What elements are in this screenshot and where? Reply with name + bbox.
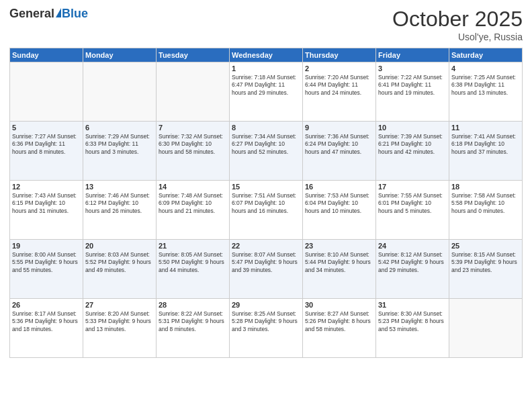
calendar-week-row: 5Sunrise: 7:27 AM Sunset: 6:36 PM Daylig… xyxy=(10,122,523,181)
calendar-cell: 11Sunrise: 7:41 AM Sunset: 6:18 PM Dayli… xyxy=(449,122,523,181)
day-number: 13 xyxy=(85,183,154,191)
day-number: 12 xyxy=(12,183,81,191)
calendar-cell: 21Sunrise: 8:05 AM Sunset: 5:50 PM Dayli… xyxy=(157,240,230,299)
cell-content: Sunrise: 7:55 AM Sunset: 6:01 PM Dayligh… xyxy=(378,192,447,215)
calendar-week-row: 19Sunrise: 8:00 AM Sunset: 5:55 PM Dayli… xyxy=(10,240,523,299)
cell-content: Sunrise: 8:22 AM Sunset: 5:31 PM Dayligh… xyxy=(159,310,227,333)
day-number: 18 xyxy=(451,183,520,191)
cell-content: Sunrise: 8:15 AM Sunset: 5:39 PM Dayligh… xyxy=(451,251,520,274)
cell-content: Sunrise: 8:20 AM Sunset: 5:33 PM Dayligh… xyxy=(85,310,154,333)
calendar-cell: 1Sunrise: 7:18 AM Sunset: 6:47 PM Daylig… xyxy=(230,62,303,122)
day-number: 11 xyxy=(451,124,520,132)
col-friday: Friday xyxy=(376,48,449,62)
cell-content: Sunrise: 8:00 AM Sunset: 5:55 PM Dayligh… xyxy=(12,251,81,274)
title-block: October 2025 Usol'ye, Russia xyxy=(392,7,523,42)
calendar-week-row: 1Sunrise: 7:18 AM Sunset: 6:47 PM Daylig… xyxy=(10,62,523,122)
cell-content: Sunrise: 8:17 AM Sunset: 5:36 PM Dayligh… xyxy=(12,310,81,333)
calendar-cell: 26Sunrise: 8:17 AM Sunset: 5:36 PM Dayli… xyxy=(10,299,83,358)
day-number: 27 xyxy=(85,301,154,309)
calendar-cell xyxy=(10,62,83,122)
day-number: 3 xyxy=(378,64,447,73)
calendar-cell: 16Sunrise: 7:53 AM Sunset: 6:04 PM Dayli… xyxy=(303,181,376,240)
day-number: 23 xyxy=(305,242,373,250)
day-number: 7 xyxy=(159,124,227,132)
day-number: 4 xyxy=(451,64,520,73)
cell-content: Sunrise: 8:07 AM Sunset: 5:47 PM Dayligh… xyxy=(232,251,300,274)
day-number: 6 xyxy=(85,124,154,132)
cell-content: Sunrise: 7:25 AM Sunset: 6:38 PM Dayligh… xyxy=(451,74,520,97)
location-subtitle: Usol'ye, Russia xyxy=(392,32,523,42)
cell-content: Sunrise: 7:53 AM Sunset: 6:04 PM Dayligh… xyxy=(305,192,373,215)
calendar-cell: 23Sunrise: 8:10 AM Sunset: 5:44 PM Dayli… xyxy=(303,240,376,299)
calendar-header-row: Sunday Monday Tuesday Wednesday Thursday… xyxy=(10,48,523,62)
day-number: 22 xyxy=(232,242,300,250)
calendar-cell xyxy=(83,62,157,122)
day-number: 21 xyxy=(159,242,227,250)
calendar-cell: 17Sunrise: 7:55 AM Sunset: 6:01 PM Dayli… xyxy=(376,181,449,240)
month-title: October 2025 xyxy=(392,7,523,32)
day-number: 17 xyxy=(378,183,447,191)
cell-content: Sunrise: 7:36 AM Sunset: 6:24 PM Dayligh… xyxy=(305,133,373,156)
cell-content: Sunrise: 7:20 AM Sunset: 6:44 PM Dayligh… xyxy=(305,74,373,97)
calendar-cell: 6Sunrise: 7:29 AM Sunset: 6:33 PM Daylig… xyxy=(83,122,157,181)
cell-content: Sunrise: 7:27 AM Sunset: 6:36 PM Dayligh… xyxy=(12,133,81,156)
day-number: 19 xyxy=(12,242,81,250)
logo: General Blue xyxy=(9,7,88,21)
col-wednesday: Wednesday xyxy=(230,48,303,62)
calendar-table: Sunday Monday Tuesday Wednesday Thursday… xyxy=(9,48,523,358)
calendar-cell: 19Sunrise: 8:00 AM Sunset: 5:55 PM Dayli… xyxy=(10,240,83,299)
day-number: 1 xyxy=(232,64,300,73)
cell-content: Sunrise: 8:25 AM Sunset: 5:28 PM Dayligh… xyxy=(232,310,300,333)
calendar-week-row: 12Sunrise: 7:43 AM Sunset: 6:15 PM Dayli… xyxy=(10,181,523,240)
day-number: 5 xyxy=(12,124,81,132)
calendar-cell: 12Sunrise: 7:43 AM Sunset: 6:15 PM Dayli… xyxy=(10,181,83,240)
calendar-cell: 20Sunrise: 8:03 AM Sunset: 5:52 PM Dayli… xyxy=(83,240,157,299)
calendar-cell: 27Sunrise: 8:20 AM Sunset: 5:33 PM Dayli… xyxy=(83,299,157,358)
cell-content: Sunrise: 7:22 AM Sunset: 6:41 PM Dayligh… xyxy=(378,74,447,97)
logo-general-text: General xyxy=(9,7,54,21)
calendar-cell: 5Sunrise: 7:27 AM Sunset: 6:36 PM Daylig… xyxy=(10,122,83,181)
col-tuesday: Tuesday xyxy=(157,48,230,62)
cell-content: Sunrise: 7:32 AM Sunset: 6:30 PM Dayligh… xyxy=(159,133,227,156)
cell-content: Sunrise: 7:43 AM Sunset: 6:15 PM Dayligh… xyxy=(12,192,81,215)
calendar-cell: 4Sunrise: 7:25 AM Sunset: 6:38 PM Daylig… xyxy=(449,62,523,122)
col-saturday: Saturday xyxy=(449,48,523,62)
cell-content: Sunrise: 7:58 AM Sunset: 5:58 PM Dayligh… xyxy=(451,192,520,215)
day-number: 2 xyxy=(305,64,373,73)
day-number: 8 xyxy=(232,124,300,132)
calendar-cell: 8Sunrise: 7:34 AM Sunset: 6:27 PM Daylig… xyxy=(230,122,303,181)
day-number: 25 xyxy=(451,242,520,250)
cell-content: Sunrise: 7:39 AM Sunset: 6:21 PM Dayligh… xyxy=(378,133,447,156)
day-number: 20 xyxy=(85,242,154,250)
calendar-cell: 29Sunrise: 8:25 AM Sunset: 5:28 PM Dayli… xyxy=(230,299,303,358)
calendar-cell xyxy=(449,299,523,358)
calendar-cell: 31Sunrise: 8:30 AM Sunset: 5:23 PM Dayli… xyxy=(376,299,449,358)
calendar-cell: 10Sunrise: 7:39 AM Sunset: 6:21 PM Dayli… xyxy=(376,122,449,181)
cell-content: Sunrise: 8:10 AM Sunset: 5:44 PM Dayligh… xyxy=(305,251,373,274)
cell-content: Sunrise: 7:29 AM Sunset: 6:33 PM Dayligh… xyxy=(85,133,154,156)
page: General Blue October 2025 Usol'ye, Russi… xyxy=(0,0,532,411)
calendar-cell: 13Sunrise: 7:46 AM Sunset: 6:12 PM Dayli… xyxy=(83,181,157,240)
col-sunday: Sunday xyxy=(10,48,83,62)
cell-content: Sunrise: 7:51 AM Sunset: 6:07 PM Dayligh… xyxy=(232,192,300,215)
cell-content: Sunrise: 7:48 AM Sunset: 6:09 PM Dayligh… xyxy=(159,192,227,215)
cell-content: Sunrise: 7:34 AM Sunset: 6:27 PM Dayligh… xyxy=(232,133,300,156)
cell-content: Sunrise: 7:18 AM Sunset: 6:47 PM Dayligh… xyxy=(232,74,300,97)
day-number: 24 xyxy=(378,242,447,250)
col-thursday: Thursday xyxy=(303,48,376,62)
cell-content: Sunrise: 7:41 AM Sunset: 6:18 PM Dayligh… xyxy=(451,133,520,156)
calendar-cell: 25Sunrise: 8:15 AM Sunset: 5:39 PM Dayli… xyxy=(449,240,523,299)
calendar-cell: 18Sunrise: 7:58 AM Sunset: 5:58 PM Dayli… xyxy=(449,181,523,240)
day-number: 16 xyxy=(305,183,373,191)
cell-content: Sunrise: 7:46 AM Sunset: 6:12 PM Dayligh… xyxy=(85,192,154,215)
calendar-cell: 24Sunrise: 8:12 AM Sunset: 5:42 PM Dayli… xyxy=(376,240,449,299)
day-number: 26 xyxy=(12,301,81,309)
calendar-cell: 3Sunrise: 7:22 AM Sunset: 6:41 PM Daylig… xyxy=(376,62,449,122)
day-number: 10 xyxy=(378,124,447,132)
day-number: 29 xyxy=(232,301,300,309)
calendar-cell: 9Sunrise: 7:36 AM Sunset: 6:24 PM Daylig… xyxy=(303,122,376,181)
header: General Blue October 2025 Usol'ye, Russi… xyxy=(9,7,523,42)
day-number: 14 xyxy=(159,183,227,191)
cell-content: Sunrise: 8:27 AM Sunset: 5:26 PM Dayligh… xyxy=(305,310,373,333)
calendar-cell: 7Sunrise: 7:32 AM Sunset: 6:30 PM Daylig… xyxy=(157,122,230,181)
